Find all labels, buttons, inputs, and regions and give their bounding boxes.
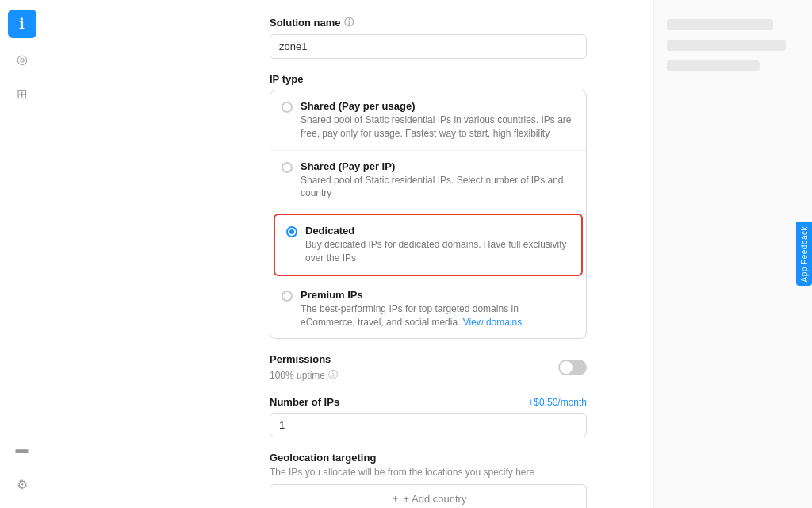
ip-option-shared-ppip[interactable]: Shared (Pay per IP) Shared pool of Stati… bbox=[270, 151, 586, 211]
solution-name-input[interactable] bbox=[270, 34, 587, 59]
view-domains-link[interactable]: View domains bbox=[463, 317, 522, 328]
feedback-tab[interactable]: App Feedback bbox=[796, 222, 812, 286]
permissions-info-icon[interactable]: ⓘ bbox=[328, 368, 338, 382]
num-ips-label: Number of IPs bbox=[270, 396, 339, 408]
sidebar-icon-layers[interactable]: ⊞ bbox=[8, 79, 36, 108]
permissions-label: Permissions bbox=[270, 353, 338, 365]
num-ips-input[interactable] bbox=[270, 413, 587, 437]
ip-option-shared-ppu-desc: Shared pool of Static residential IPs in… bbox=[301, 114, 575, 140]
sidebar: ℹ ◎ ⊞ ▬ ⚙ bbox=[0, 0, 44, 508]
info-icon: ℹ bbox=[19, 15, 25, 33]
radio-shared-ppu[interactable] bbox=[282, 102, 293, 113]
permissions-section: Permissions 100% uptime ⓘ bbox=[270, 353, 587, 382]
permissions-toggle[interactable] bbox=[558, 360, 587, 375]
gear-icon: ⚙ bbox=[17, 477, 28, 492]
card-icon: ▬ bbox=[16, 442, 29, 456]
sidebar-icon-settings[interactable]: ⚙ bbox=[8, 470, 36, 498]
right-panel-bar-2 bbox=[667, 40, 786, 51]
permissions-sub: 100% uptime ⓘ bbox=[270, 368, 338, 382]
radio-premium[interactable] bbox=[282, 291, 293, 302]
main-content: Solution name ⓘ IP type Shared (Pay per … bbox=[44, 0, 812, 508]
radio-dedicated[interactable] bbox=[286, 226, 297, 237]
ip-option-dedicated-desc: Buy dedicated IPs for dedicated domains.… bbox=[305, 238, 570, 265]
ip-option-premium-title: Premium IPs bbox=[301, 289, 575, 301]
right-panel-bar-1 bbox=[667, 19, 773, 30]
layers-icon: ⊞ bbox=[17, 87, 27, 102]
ip-type-label: IP type bbox=[270, 73, 587, 85]
num-ips-price: +$0.50/month bbox=[528, 397, 587, 408]
add-country-button[interactable]: ＋ + Add country bbox=[270, 484, 587, 508]
radio-shared-ppip[interactable] bbox=[282, 162, 293, 173]
plus-icon: ＋ bbox=[390, 491, 400, 506]
ip-option-premium[interactable]: Premium IPs The best-performing IPs for … bbox=[270, 279, 586, 339]
right-panel bbox=[653, 0, 812, 508]
ip-option-shared-ppip-title: Shared (Pay per IP) bbox=[301, 160, 575, 172]
ip-option-shared-ppu-title: Shared (Pay per usage) bbox=[301, 100, 575, 112]
sidebar-icon-location[interactable]: ◎ bbox=[8, 44, 36, 73]
ip-option-shared-ppu[interactable]: Shared (Pay per usage) Shared pool of St… bbox=[270, 90, 586, 151]
num-ips-header: Number of IPs +$0.50/month bbox=[270, 396, 587, 408]
ip-option-dedicated[interactable]: Dedicated Buy dedicated IPs for dedicate… bbox=[274, 214, 583, 276]
geo-section: Geolocation targeting The IPs you alloca… bbox=[270, 452, 587, 508]
right-panel-bar-3 bbox=[667, 60, 760, 71]
ip-option-shared-ppip-desc: Shared pool of Static residential IPs. S… bbox=[301, 174, 575, 201]
location-icon: ◎ bbox=[17, 52, 28, 67]
feedback-label: App Feedback bbox=[800, 226, 809, 283]
ip-option-premium-desc: The best-performing IPs for top targeted… bbox=[301, 302, 575, 329]
sidebar-icon-card[interactable]: ▬ bbox=[8, 435, 36, 464]
solution-name-label: Solution name ⓘ bbox=[270, 16, 587, 29]
ip-option-dedicated-title: Dedicated bbox=[305, 225, 570, 237]
ip-type-options: Shared (Pay per usage) Shared pool of St… bbox=[270, 90, 587, 339]
solution-name-info-icon[interactable]: ⓘ bbox=[344, 16, 354, 29]
sidebar-icon-info[interactable]: ℹ bbox=[8, 10, 36, 38]
geo-sub: The IPs you allocate will be from the lo… bbox=[270, 467, 587, 478]
geo-label: Geolocation targeting bbox=[270, 452, 587, 464]
